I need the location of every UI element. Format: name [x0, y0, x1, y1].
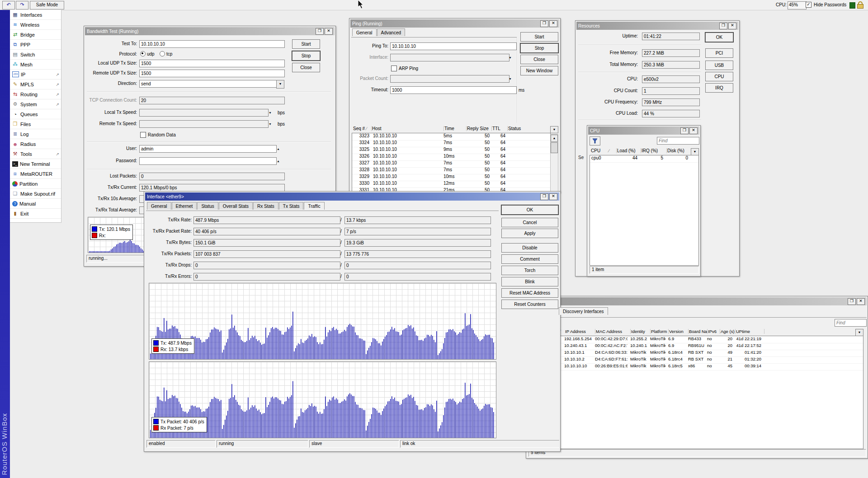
maximize-icon[interactable]: ❐: [848, 298, 856, 305]
packet-count-field[interactable]: [390, 75, 509, 83]
sidebar-item-files[interactable]: ❒Files: [10, 119, 61, 129]
maximize-icon[interactable]: ❐: [680, 127, 689, 134]
tx-rx-errors-rx-field[interactable]: [344, 273, 491, 281]
column-version[interactable]: Version: [668, 329, 689, 334]
tab-rx-stats[interactable]: Rx Stats: [253, 202, 278, 210]
column-ttl[interactable]: TTL: [491, 126, 508, 131]
direction-dropdown-icon[interactable]: ▼: [276, 80, 284, 89]
close-icon[interactable]: ✕: [857, 298, 865, 305]
close-icon[interactable]: ✕: [689, 127, 698, 134]
column-platform[interactable]: Platform: [650, 329, 669, 334]
tab-tx-stats[interactable]: Tx Stats: [279, 202, 304, 210]
filter-icon[interactable]: [590, 136, 600, 145]
column-cpu[interactable]: CPU∕: [590, 148, 617, 153]
column-host[interactable]: Host: [371, 126, 444, 131]
column-mac-address[interactable]: MAC Address: [594, 329, 631, 334]
close-button[interactable]: Close: [292, 63, 320, 72]
scroll-up-icon[interactable]: ▲: [551, 135, 558, 142]
column-seq[interactable]: Seq # ∕: [352, 126, 372, 131]
tab-discovery-interfaces[interactable]: Discovery Interfaces: [559, 307, 608, 315]
cancel-button[interactable]: Cancel: [501, 218, 558, 227]
sidebar-item-log[interactable]: ≣Log: [10, 129, 61, 139]
table-row[interactable]: 332510.10.10.109ms5064: [352, 147, 550, 154]
maximize-icon[interactable]: ❐: [540, 20, 548, 27]
packet-count-dropdown-icon[interactable]: ▼: [507, 75, 514, 83]
remote-tx-speed-field[interactable]: [139, 120, 269, 128]
column-chooser-icon[interactable]: ▼: [855, 329, 863, 336]
pci-button[interactable]: PCI: [705, 48, 733, 58]
safe-mode-button[interactable]: Safe Mode: [30, 1, 64, 9]
tx-rx-rate-tx-field[interactable]: [193, 216, 340, 224]
protocol-udp-radio[interactable]: [140, 51, 146, 56]
tab-general[interactable]: General: [147, 202, 171, 210]
undo-icon[interactable]: ↶: [2, 1, 15, 9]
maximize-icon[interactable]: ❐: [316, 28, 324, 35]
ok-button[interactable]: OK: [705, 33, 733, 42]
tx-rx-packets-tx-field[interactable]: [193, 250, 340, 258]
sidebar-item-mpls[interactable]: ✎MPLS↗: [10, 80, 61, 89]
cpu-find-input[interactable]: [657, 137, 699, 145]
tx-rx-bytes-rx-field[interactable]: [344, 239, 491, 247]
sidebar-item-manual[interactable]: ?Manual: [10, 199, 61, 209]
reset-mac-address-button[interactable]: Reset MAC Address: [501, 288, 558, 298]
tab-ethernet[interactable]: Ethernet: [172, 202, 197, 210]
tab-advanced[interactable]: Advanced: [377, 28, 405, 36]
column-age-s[interactable]: Age (s): [719, 329, 736, 334]
new-window-button[interactable]: New Window: [520, 66, 558, 75]
lost-packets-field[interactable]: [139, 173, 285, 180]
tx-rx-errors-tx-field[interactable]: [193, 273, 340, 281]
scrollbar-thumb[interactable]: [551, 142, 558, 153]
tab-traffic[interactable]: Traffic: [304, 202, 324, 210]
cpu-button[interactable]: CPU: [705, 72, 733, 81]
remote-udp-tx-size-field[interactable]: [139, 70, 285, 77]
column-chooser-icon[interactable]: ▼: [550, 126, 558, 133]
table-row[interactable]: 332610.10.10.1010ms5064: [352, 154, 550, 161]
disable-button[interactable]: Disable: [501, 243, 558, 253]
local-tx-speed-dropdown-icon[interactable]: ▼: [267, 109, 274, 117]
user-field[interactable]: [139, 145, 277, 153]
column-status[interactable]: Status: [507, 126, 551, 131]
txrx-current-field[interactable]: [139, 184, 285, 192]
bandwidth-test-titlebar[interactable]: Bandwidth Test (Running) ❐ ✕: [85, 27, 335, 35]
table-row[interactable]: 332710.10.10.107ms5064: [352, 160, 550, 168]
start-button[interactable]: Start: [520, 32, 558, 42]
tx-rx-rate-rx-field[interactable]: [344, 216, 491, 224]
local-udp-tx-size-field[interactable]: [139, 60, 285, 67]
protocol-tcp-radio[interactable]: [160, 51, 165, 56]
tab-status[interactable]: Status: [197, 202, 218, 210]
sidebar-item-make-supout-rif[interactable]: ❏Make Supout.rif: [10, 189, 61, 199]
table-row[interactable]: 332910.10.10.1010ms5064: [352, 174, 550, 181]
ok-button[interactable]: OK: [501, 205, 558, 215]
sidebar-item-metarouter[interactable]: ⧈MetaROUTER: [10, 169, 61, 179]
column-irq[interactable]: IRQ (%): [640, 148, 667, 153]
sidebar-item-queues[interactable]: ◔Queues: [10, 109, 61, 119]
test-to-field[interactable]: [139, 40, 285, 48]
column-chooser-icon[interactable]: ▼: [691, 148, 699, 155]
sidebar-item-bridge[interactable]: ⇄Bridge: [10, 30, 61, 40]
table-row[interactable]: 10.10.10.1000:26:B9:E5:01:61MikroTikMikr…: [529, 363, 863, 370]
ping-table-scrollbar[interactable]: ▲: [550, 134, 558, 192]
comment-button[interactable]: Comment: [501, 254, 558, 264]
redo-icon[interactable]: ↷: [16, 1, 28, 9]
sidebar-item-tools[interactable]: ⚒Tools↗: [10, 149, 61, 159]
table-row[interactable]: 10.10.10.2D4:CA:6D:F7:61:9CMikroTikMikro…: [529, 356, 863, 364]
irq-button[interactable]: IRQ: [705, 83, 733, 93]
table-row[interactable]: 332310.10.10.105ms5064: [352, 133, 550, 141]
tx-rx-packet-rate-tx-field[interactable]: [193, 228, 340, 235]
hide-passwords-checkbox[interactable]: ✓: [806, 2, 811, 8]
interface-dropdown-icon[interactable]: ▼: [507, 54, 514, 61]
sidebar-item-ppp[interactable]: ⧉PPP: [10, 40, 61, 50]
column-board-na[interactable]: Board Na...: [688, 329, 708, 334]
sidebar-item-system[interactable]: ⚙System↗: [10, 99, 61, 109]
table-row[interactable]: 10.10.10.1D4:CA:6D:06:33:FEMikroTikMikro…: [529, 350, 863, 357]
close-icon[interactable]: ✕: [549, 20, 557, 27]
remote-tx-speed-dropdown-icon[interactable]: ▼: [267, 120, 274, 128]
tx-rx-bytes-tx-field[interactable]: [193, 239, 340, 247]
column-load[interactable]: Load (%): [616, 148, 641, 153]
tab-overall-stats[interactable]: Overall Stats: [219, 202, 253, 210]
column-identity[interactable]: Identity: [630, 329, 651, 334]
column-uptime[interactable]: UPtime: [735, 329, 764, 334]
column-ip-address[interactable]: IP Address: [564, 329, 595, 334]
table-row[interactable]: 10.240.43.100:0C:42:AC:F2:7410.240.1...M…: [529, 343, 863, 350]
password-field[interactable]: [139, 157, 277, 165]
